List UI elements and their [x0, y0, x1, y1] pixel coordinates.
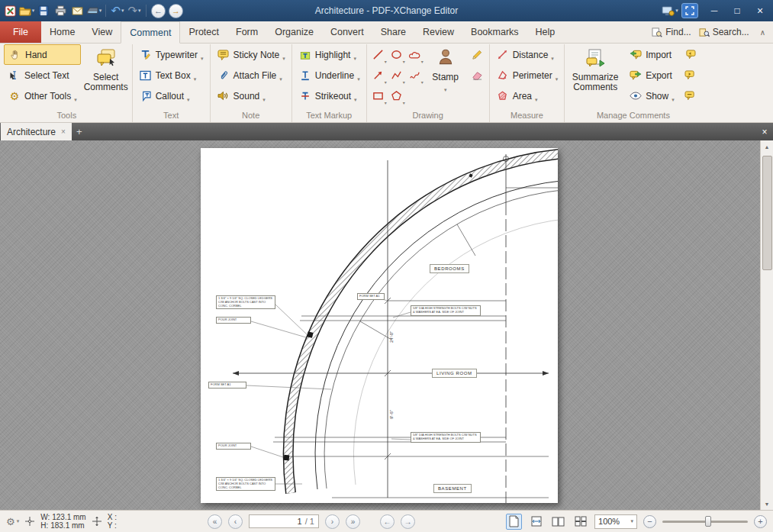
undo-button[interactable]: ↶ ▾	[109, 2, 126, 20]
tab-organize[interactable]: Organize	[266, 21, 322, 43]
zoom-slider-thumb[interactable]	[705, 516, 711, 527]
maximize-button[interactable]: □	[726, 1, 749, 21]
status-options-button[interactable]: ⚙ ▾	[6, 516, 19, 527]
stamp-button[interactable]: Stamp ▾	[426, 44, 465, 95]
find-button[interactable]: Find...	[652, 27, 691, 37]
oval-tool-button[interactable]: ▾	[388, 44, 406, 65]
eraser-tool-button[interactable]	[469, 65, 487, 85]
page-number-input[interactable]: 1 / 1	[249, 514, 319, 528]
sound-button[interactable]: Sound ▾	[213, 85, 289, 106]
select-comments-button[interactable]: Select Comments	[82, 44, 130, 92]
close-tab-icon[interactable]: ×	[61, 127, 66, 136]
select-text-button[interactable]: Select Text	[4, 65, 81, 85]
other-tools-button[interactable]: ⚙ Other Tools ▾	[4, 85, 81, 106]
attach-file-button[interactable]: Attach File ▾	[213, 65, 289, 85]
email-button[interactable]	[69, 2, 85, 20]
export-comments-button[interactable]: Export	[625, 65, 678, 85]
vertical-scrollbar[interactable]: ▲ ▼	[760, 140, 773, 510]
tab-help[interactable]: Help	[527, 21, 564, 43]
sticky-note-button[interactable]: Sticky Note ▾	[213, 44, 289, 65]
highlight-button[interactable]: Highlight ▾	[295, 44, 364, 65]
zoom-out-button[interactable]: −	[643, 515, 656, 528]
cloud-tool-button[interactable]: ▾	[406, 44, 424, 65]
export-label: Export	[646, 70, 672, 81]
history-back-button[interactable]: ←	[151, 4, 166, 18]
scroll-down-icon[interactable]: ▼	[761, 498, 773, 510]
strikeout-button[interactable]: Strikeout ▾	[295, 85, 364, 106]
zoom-in-button[interactable]: +	[754, 515, 767, 528]
line-tool-button[interactable]: ▾	[369, 44, 388, 65]
chevron-down-icon: ▾	[403, 79, 405, 85]
print-button[interactable]	[52, 2, 69, 20]
tab-comment[interactable]: Comment	[121, 21, 180, 44]
save-button[interactable]	[35, 2, 52, 20]
dimension-label: 9'-6"	[389, 410, 394, 419]
arrow-tool-button[interactable]: ▾	[369, 65, 388, 85]
new-tab-button[interactable]: +	[72, 123, 87, 140]
next-comment-button[interactable]	[681, 65, 700, 85]
document-page[interactable]: 24'-0" 9'-6" BEDROOMS LIVING ROOM BASEME…	[201, 148, 558, 503]
last-page-button[interactable]: »	[346, 514, 360, 529]
comment-styles-button[interactable]	[681, 85, 700, 106]
ui-options-button[interactable]: ▾	[662, 2, 678, 20]
view-back-button[interactable]: ←	[380, 514, 395, 529]
fullscreen-icon	[685, 6, 694, 15]
multi-page-view-button[interactable]	[572, 514, 588, 530]
tab-view[interactable]: View	[83, 21, 121, 43]
close-button[interactable]: ×	[749, 1, 771, 21]
scrollbar-thumb[interactable]	[762, 156, 772, 270]
zoom-slider[interactable]	[662, 514, 748, 528]
chevron-down-icon: ▾	[631, 518, 634, 524]
minimize-icon: ─	[711, 5, 718, 16]
tab-review[interactable]: Review	[414, 21, 462, 43]
fullscreen-button[interactable]	[681, 3, 698, 18]
tab-share[interactable]: Share	[372, 21, 414, 43]
view-forward-button[interactable]: →	[401, 514, 415, 529]
single-page-view-button[interactable]	[506, 514, 522, 530]
redo-button[interactable]: ↷ ▾	[126, 2, 143, 20]
area-button[interactable]: Area ▾	[492, 85, 562, 106]
collapse-ribbon-button[interactable]: ∧	[757, 28, 768, 37]
next-page-button[interactable]: ›	[325, 514, 340, 529]
text-box-button[interactable]: Text Box ▾	[135, 65, 208, 85]
summarize-comments-button[interactable]: Summarize Comments	[567, 44, 623, 92]
redo-icon: ↷	[127, 4, 137, 18]
distance-button[interactable]: Distance ▾	[492, 44, 562, 65]
zoom-level-select[interactable]: 100% ▾	[594, 514, 637, 529]
previous-comment-button[interactable]	[681, 44, 700, 65]
fit-width-view-button[interactable]	[528, 514, 544, 530]
underline-button[interactable]: Underline ▾	[295, 65, 364, 85]
tab-home[interactable]: Home	[41, 21, 83, 43]
tab-convert[interactable]: Convert	[322, 21, 372, 43]
scroll-up-icon[interactable]: ▲	[761, 140, 773, 153]
minimize-button[interactable]: ─	[703, 1, 726, 21]
freehand-tool-button[interactable]: ▾	[406, 65, 424, 85]
import-comments-button[interactable]: Import	[625, 44, 678, 65]
scrollbar-track[interactable]	[761, 153, 773, 498]
chevron-down-icon: ▾	[99, 8, 102, 14]
typewriter-button[interactable]: Typewriter ▾	[135, 44, 208, 65]
search-button[interactable]: Search...	[699, 27, 749, 37]
forward-icon: →	[404, 517, 411, 526]
first-page-button[interactable]: «	[208, 514, 222, 529]
hand-tool-button[interactable]: Hand	[4, 44, 81, 65]
perimeter-button[interactable]: Perimeter ▾	[492, 65, 562, 85]
show-comments-button[interactable]: Show ▾	[625, 85, 678, 106]
tab-protect[interactable]: Protect	[180, 21, 227, 43]
open-file-button[interactable]: ▾	[18, 2, 35, 20]
previous-page-button[interactable]: ‹	[228, 514, 243, 529]
tab-bookmarks[interactable]: Bookmarks	[462, 21, 527, 43]
callout-button[interactable]: Callout ▾	[135, 85, 208, 106]
polygon-tool-button[interactable]: ▾	[388, 85, 406, 106]
tab-form[interactable]: Form	[227, 21, 266, 43]
scan-button[interactable]: ▾	[85, 2, 102, 20]
document-tab-architecture[interactable]: Architecture ×	[1, 123, 72, 140]
tab-file[interactable]: File	[0, 21, 41, 43]
perimeter-label: Perimeter	[513, 70, 552, 81]
history-forward-button[interactable]: →	[169, 4, 183, 18]
close-document-button[interactable]: ×	[756, 123, 773, 140]
rectangle-tool-button[interactable]: ▾	[369, 85, 388, 106]
polyline-tool-button[interactable]: ▾	[388, 65, 406, 85]
two-page-view-button[interactable]	[550, 514, 566, 530]
pencil-tool-button[interactable]	[469, 44, 487, 65]
